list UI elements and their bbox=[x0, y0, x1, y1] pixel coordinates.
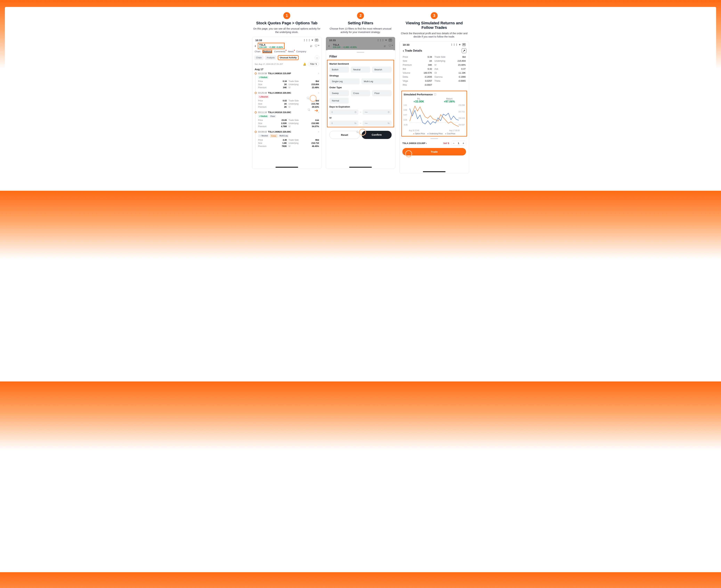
back-chevron-icon[interactable]: ‹ bbox=[328, 43, 331, 48]
filter-opt-single-leg[interactable]: Single-Leg bbox=[329, 78, 360, 84]
filter-opt-multi-leg[interactable]: Multi-Leg bbox=[361, 78, 392, 84]
confirm-button[interactable]: Confirm bbox=[362, 131, 392, 139]
ticker-info[interactable]: TSLA 216.120 ↑ +1.980 +0.92% bbox=[258, 43, 284, 49]
step-badge-3: 3 bbox=[431, 12, 438, 19]
pl-value: +33.00K bbox=[414, 100, 424, 103]
status-bar: 10:33 ⋮⋮⋮ ᯤ 83 bbox=[326, 37, 395, 42]
tab-comments[interactable]: Comments bbox=[274, 50, 285, 53]
chip-neutral: → Neutral bbox=[258, 134, 269, 138]
step-title-2: Setting Filters bbox=[326, 21, 395, 25]
search-icon[interactable]: ⌕ bbox=[384, 44, 386, 48]
chart-y-right-axis: 219.298217.711216.124214.537 bbox=[459, 104, 465, 126]
filter-opt-bullish[interactable]: Bullish bbox=[329, 66, 349, 72]
qty-minus-button[interactable]: − bbox=[451, 141, 456, 146]
heart-add-icon[interactable]: ♡⁺ bbox=[388, 44, 393, 48]
chart-legend: Option Price Underlying Price Cost Price bbox=[404, 132, 465, 134]
trade-button[interactable]: Trade bbox=[402, 148, 466, 155]
sheet-drag-handle[interactable] bbox=[430, 138, 438, 139]
subtab-analysis[interactable]: Analysis bbox=[265, 56, 277, 60]
subtab-chain[interactable]: Chain bbox=[254, 56, 263, 60]
filter-opt-sweep[interactable]: Sweep bbox=[329, 90, 349, 96]
list-timestamp: Sat, Aug 17, 2024 05:27:25 JST bbox=[255, 63, 283, 65]
reset-button[interactable]: Reset bbox=[329, 131, 360, 139]
chart-svg bbox=[404, 104, 465, 129]
sheet-drag-handle[interactable] bbox=[357, 52, 364, 52]
tab-company[interactable]: Company bbox=[296, 50, 306, 53]
tab-news[interactable]: News bbox=[288, 50, 294, 53]
legend-cost-price: Cost Price bbox=[445, 132, 455, 134]
chip-floor: Floor bbox=[269, 115, 276, 118]
trade-details-header: ‹ Trade Details ↗ bbox=[400, 47, 469, 55]
filter-opt-neutral[interactable]: Neutral bbox=[351, 66, 370, 72]
heart-add-icon[interactable]: ♡⁺ bbox=[315, 44, 320, 48]
trade-detail-grid: Price0.34 Trade SideBid Size1K Underlyin… bbox=[400, 55, 469, 89]
step-badge-1: 1 bbox=[283, 12, 290, 19]
wifi-icon: ᯤ bbox=[312, 39, 314, 42]
legend-underlying-price: Underlying Price bbox=[427, 132, 443, 134]
filter-sheet: Filter Market Sentiment Bullish Neutral … bbox=[326, 50, 395, 143]
chevron-right-icon: › bbox=[318, 72, 319, 75]
subtab-unusual-activity[interactable]: Unusual Activity bbox=[278, 55, 298, 60]
filter-label-dte: Days to Expiration bbox=[329, 105, 392, 108]
wifi-icon: ᯤ bbox=[385, 39, 387, 42]
tab-options[interactable]: Options bbox=[263, 50, 272, 53]
filter-opt-floor[interactable]: Floor bbox=[372, 90, 392, 96]
activity-item[interactable]: 03:09:03 TSLA 240823 220.00C › → Neutral… bbox=[255, 130, 319, 150]
filter-label-sentiment: Market Sentiment bbox=[329, 63, 392, 65]
option-price-line bbox=[410, 106, 459, 127]
activity-item[interactable]: 03:25:44 TSLA 240816 220.00C › ↘ Bearish… bbox=[255, 91, 319, 111]
step-desc-1: On this page, you can see all the unusua… bbox=[252, 27, 322, 34]
activity-time: 03:33:58 bbox=[258, 72, 267, 75]
search-icon[interactable]: ⌕ bbox=[310, 44, 312, 48]
ticker-price-line: 216.120 ↑ +1.980 +0.92% bbox=[259, 46, 283, 49]
stock-header-dimmed: ‹ TSLA 216.120 ↑ +1.980 +0.92% ⌕ ♡⁺ bbox=[326, 42, 395, 50]
activity-item[interactable]: 03:33:58 TSLA 240816 215.00P › ↗ Bullish… bbox=[255, 72, 319, 91]
lightbulb-icon[interactable]: ☼ bbox=[315, 56, 319, 60]
dte-min-input[interactable]: 0D bbox=[329, 109, 358, 115]
chart-y-left-axis: 1.510.990.470.34-0.05 bbox=[404, 104, 407, 126]
ticker-info: TSLA 216.120 ↑ +1.980 +0.92% bbox=[332, 43, 358, 49]
share-icon[interactable]: ↗ bbox=[462, 48, 466, 53]
back-chevron-icon[interactable]: ‹ bbox=[254, 43, 257, 48]
dte-max-input[interactable]: +∞D bbox=[363, 109, 392, 115]
status-bar: 10:33 ⋮⋮⋮ ᯤ 83 bbox=[252, 37, 321, 42]
filter-button[interactable]: Filter ⇅ bbox=[308, 62, 319, 66]
home-indicator bbox=[423, 171, 445, 172]
step-title-3: Viewing Simulated Returns and Follow Tra… bbox=[399, 21, 469, 30]
phone-filter-sheet: 10:33 ⋮⋮⋮ ᯤ 83 ‹ TSLA 216.120 ↑ +1.980 +… bbox=[326, 37, 395, 169]
trade-side-toggle[interactable]: Sell ⇅ bbox=[443, 142, 449, 145]
iv-max-input[interactable]: +∞% bbox=[363, 121, 392, 126]
trade-details-title: Trade Details bbox=[405, 49, 422, 52]
chip-bearish: ↘ Bearish bbox=[258, 96, 269, 98]
phone-trade-details: 10:33 ⋮⋮⋮ ᯤ 83 ‹ Trade Details ↗ Price0.… bbox=[399, 41, 469, 173]
tab-chart[interactable]: Chart bbox=[255, 50, 260, 53]
return-label: Return bbox=[444, 98, 455, 100]
qty-value: 1 bbox=[456, 142, 461, 145]
simulated-performance-panel: Simulated Performance i P/L +33.00K Retu… bbox=[401, 91, 467, 136]
chart-x-axis: Aug 16 22:45Aug 17 05:00 bbox=[404, 129, 465, 131]
filter-label-order-type: Order Type bbox=[329, 86, 392, 89]
home-indicator bbox=[349, 167, 372, 168]
bell-alert-icon[interactable]: 🔔 bbox=[303, 63, 306, 66]
ticker-symbol: TSLA bbox=[259, 43, 283, 46]
pl-label: P/L bbox=[414, 98, 424, 100]
header-actions: ⌕ ♡⁺ bbox=[310, 44, 320, 48]
iv-min-input[interactable]: 0% bbox=[329, 121, 358, 126]
chip-bullish: ↗ Bullish bbox=[258, 115, 268, 118]
trade-contract-name[interactable]: TSLA 240816 215.00P › bbox=[402, 142, 427, 145]
filter-label-iv: IV bbox=[329, 117, 392, 119]
battery-icon: 83 bbox=[389, 39, 392, 42]
performance-chart: 1.510.990.470.34-0.05 219.298217.711216.… bbox=[404, 104, 465, 129]
qty-plus-button[interactable]: + bbox=[461, 141, 466, 146]
back-chevron-icon[interactable]: ‹ bbox=[402, 48, 405, 53]
filter-opt-bearish[interactable]: Bearish bbox=[372, 66, 392, 72]
activity-list: 03:33:58 TSLA 240816 215.00P › ↗ Bullish… bbox=[252, 72, 321, 150]
stock-header: ‹ TSLA 216.120 ↑ +1.980 +0.92% ⌕ ♡⁺ bbox=[252, 42, 321, 50]
battery-icon: 83 bbox=[462, 43, 466, 46]
wifi-icon: ᯤ bbox=[459, 43, 461, 46]
filter-opt-normal[interactable]: Normal bbox=[329, 98, 349, 104]
home-indicator bbox=[276, 167, 298, 168]
info-icon[interactable]: i bbox=[434, 93, 436, 96]
filter-opt-cross[interactable]: Cross bbox=[351, 90, 370, 96]
activity-item[interactable]: 03:11:10 TSLA 241018 210.00C › ↗ Bullish… bbox=[255, 111, 319, 130]
